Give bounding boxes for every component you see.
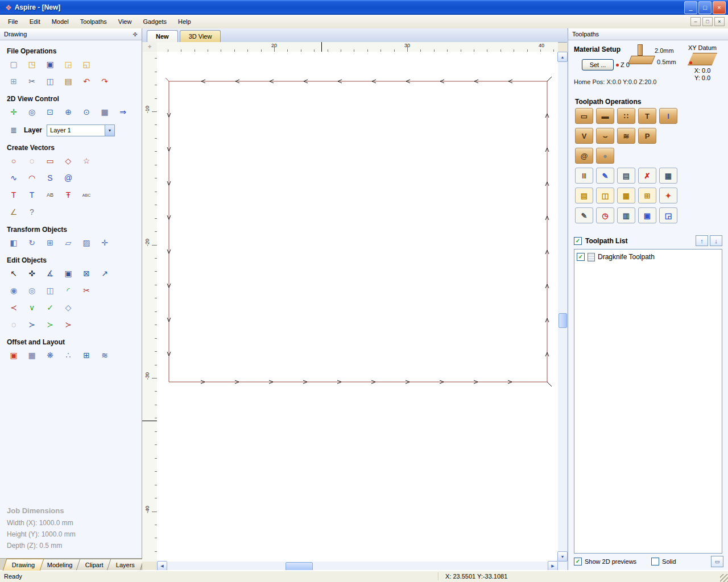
measure-icon[interactable]: ∡: [43, 267, 57, 280]
export-toolpath-icon[interactable]: ◲: [659, 207, 677, 223]
save-file-icon[interactable]: ▣: [43, 57, 57, 71]
scroll-up-button[interactable]: ▲: [557, 52, 568, 62]
snap-grid-icon[interactable]: ▦: [98, 105, 111, 119]
draw-dimension-icon[interactable]: ∠: [7, 205, 20, 219]
auto-text-icon[interactable]: AB: [43, 188, 57, 202]
tool-database-icon[interactable]: |||: [575, 168, 593, 184]
menu-gadgets[interactable]: Gadgets: [137, 16, 172, 27]
pin-icon[interactable]: ✜: [133, 31, 138, 38]
vertical-scrollbar[interactable]: ▲ ▼: [558, 52, 567, 562]
toolpath-list[interactable]: ✓Dragknife Toolpath: [574, 249, 722, 554]
horizontal-scrollbar[interactable]: ◀ ▶: [157, 562, 558, 571]
convert-curves-icon[interactable]: ◇: [61, 301, 75, 314]
engraving-toolpath-icon[interactable]: T: [638, 108, 656, 124]
show-2d-previews-checkbox[interactable]: ✓: [574, 558, 582, 566]
circular-copy-icon[interactable]: ❋: [43, 348, 57, 362]
text-box-icon[interactable]: T: [25, 188, 39, 202]
join-with-curve-icon[interactable]: ≻: [43, 318, 57, 331]
zoom-box-icon[interactable]: ⊡: [43, 105, 57, 119]
scroll-down-button[interactable]: ▼: [557, 551, 568, 562]
paste-icon[interactable]: ▤: [61, 74, 75, 88]
draw-rectangle-icon[interactable]: ▭: [43, 154, 57, 168]
text-arch-icon[interactable]: ABC: [80, 188, 93, 202]
join-with-line-icon[interactable]: ≻: [25, 318, 39, 331]
fluting-toolpath-icon[interactable]: ⌣: [596, 128, 614, 144]
maximize-button[interactable]: □: [698, 1, 712, 14]
draw-arc-icon[interactable]: ◠: [25, 171, 39, 185]
cut-icon[interactable]: ✂: [25, 74, 39, 88]
open-examples-icon[interactable]: ◲: [61, 57, 75, 71]
panel-tab-drawing[interactable]: Drawing: [3, 559, 44, 571]
edit-toolpath-icon[interactable]: ✎: [596, 168, 614, 184]
panel-tab-modeling[interactable]: Modeling: [38, 559, 82, 571]
resize-grip[interactable]: [720, 574, 728, 582]
close-button[interactable]: ×: [713, 1, 726, 14]
align-icon[interactable]: ⊞: [43, 236, 57, 250]
drilling-toolpath-icon[interactable]: ∷: [617, 108, 635, 124]
move-icon[interactable]: ✛: [98, 236, 111, 250]
redo-icon[interactable]: ↷: [98, 74, 111, 88]
rotate-icon[interactable]: ↻: [25, 236, 39, 250]
profile-toolpath-icon[interactable]: ▭: [575, 108, 593, 124]
copy-along-vector-icon[interactable]: ∴: [61, 348, 75, 362]
trim-vectors-icon[interactable]: ✂: [80, 284, 93, 297]
menu-edit[interactable]: Edit: [24, 16, 46, 27]
draw-star-icon[interactable]: ☆: [80, 154, 93, 168]
fit-check-icon[interactable]: ✓: [43, 301, 57, 314]
vertical-scroll-thumb[interactable]: [559, 313, 567, 328]
draw-polyline-icon[interactable]: ∿: [7, 171, 20, 185]
pocket-toolpath-icon[interactable]: ▬: [596, 108, 614, 124]
toolpath-list-checkbox[interactable]: ✓: [574, 237, 582, 245]
panel-tab-layers[interactable]: Layers: [106, 559, 144, 571]
simulate-toolpaths-icon[interactable]: ✦: [659, 188, 677, 203]
zoom-interactive-icon[interactable]: ◎: [25, 105, 39, 119]
mdi-minimize-button[interactable]: –: [690, 17, 701, 26]
switch-3d-view-icon[interactable]: ⇒: [116, 105, 130, 119]
weld-vectors-icon[interactable]: ◉: [7, 284, 20, 297]
prism-carve-toolpath-icon[interactable]: P: [638, 128, 656, 144]
fit-arc-icon[interactable]: ≺: [7, 301, 20, 314]
material-set-button[interactable]: Set ...: [582, 59, 614, 70]
fillet-tool-icon[interactable]: ◜: [61, 284, 75, 297]
view-tab-3d-view[interactable]: 3D View: [180, 30, 221, 42]
move-down-button[interactable]: ↓: [710, 235, 722, 246]
node-edit-icon[interactable]: ✜: [25, 267, 39, 280]
snap-move-icon[interactable]: ▣: [61, 267, 75, 280]
slice-vectors-icon[interactable]: ◫: [43, 284, 57, 297]
subtract-vectors-icon[interactable]: ◎: [25, 284, 39, 297]
close-with-curve-icon[interactable]: ≻: [61, 318, 75, 331]
estimate-machining-time-icon[interactable]: ◷: [596, 207, 614, 223]
toolpath-summary-icon[interactable]: ▥: [617, 207, 635, 223]
mdi-restore-button[interactable]: □: [702, 17, 713, 26]
free-transform-icon[interactable]: ↗: [98, 267, 111, 280]
array-toolpath-icon[interactable]: ▦: [617, 188, 635, 203]
array-copy-icon[interactable]: ▦: [25, 348, 39, 362]
vcarve-toolpath-icon[interactable]: V: [575, 128, 593, 144]
draw-polygon-icon[interactable]: ◇: [61, 154, 75, 168]
pan-icon[interactable]: ✛: [7, 105, 20, 119]
import-vectors-icon[interactable]: ◱: [80, 57, 93, 71]
distort-icon[interactable]: ▨: [80, 236, 93, 250]
draw-circle-icon[interactable]: ○: [7, 154, 20, 168]
layers-icon[interactable]: ≣: [7, 123, 20, 137]
fit-curve-icon[interactable]: S: [43, 171, 57, 185]
inlay-toolpath-icon[interactable]: I: [659, 108, 677, 124]
nest-parts-icon[interactable]: ⊞: [80, 348, 93, 362]
save-toolpath-icon[interactable]: ▣: [638, 207, 656, 223]
move-up-button[interactable]: ↑: [696, 235, 708, 246]
toolpath-item-checkbox[interactable]: ✓: [577, 253, 585, 261]
draw-spiral-icon[interactable]: @: [61, 171, 75, 185]
vector-texture-icon[interactable]: ≋: [98, 348, 111, 362]
minimize-button[interactable]: _: [684, 1, 697, 14]
3d-roughing-toolpath-icon[interactable]: @: [575, 148, 593, 164]
vector-drawing[interactable]: [157, 52, 558, 562]
toolpath-template-icon[interactable]: ▤: [617, 168, 635, 184]
draw-text-icon[interactable]: T: [7, 188, 20, 202]
merge-toolpaths-icon[interactable]: ▤: [575, 188, 593, 203]
recalculate-toolpaths-icon[interactable]: ▦: [659, 168, 677, 184]
toolpath-list-item[interactable]: ✓Dragknife Toolpath: [577, 252, 719, 262]
scale-icon[interactable]: ▱: [61, 236, 75, 250]
preview-toolpaths-icon[interactable]: ✎: [575, 207, 593, 223]
solid-checkbox[interactable]: [651, 558, 659, 566]
draw-ellipse-icon[interactable]: ◌: [25, 154, 39, 168]
